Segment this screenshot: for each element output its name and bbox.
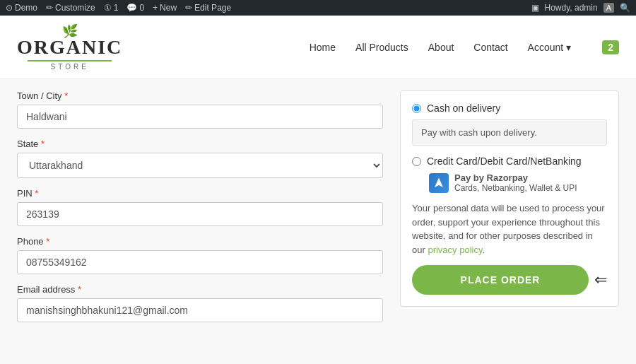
town-group: Town / City * [17,90,383,129]
email-label: Email address * [17,284,383,295]
payment-box: Cash on delivery Pay with cash upon deli… [400,90,619,307]
arrow-icon: ⇐ [594,271,607,289]
admin-customize[interactable]: ✏ Customize [46,3,95,13]
main-content: Town / City * State * Uttarakhand PIN * … [0,79,636,344]
phone-label: Phone * [17,236,383,247]
svg-marker-0 [435,177,443,187]
navbar: 🌿 ORGANIC STORE Home All Products About … [0,16,636,79]
razorpay-row: Pay by Razorpay Cards, Netbanking, Walle… [429,172,607,193]
credit-radio[interactable] [412,157,421,166]
pin-group: PIN * [17,188,383,226]
state-select[interactable]: Uttarakhand [17,153,383,178]
brush-icon: ✏ [46,3,53,13]
nav-home[interactable]: Home [310,42,336,53]
admin-messages[interactable]: 💬 0 [126,3,144,13]
wp-icon: ⊙ [6,3,13,13]
order-section: Cash on delivery Pay with cash upon deli… [400,90,619,332]
town-label: Town / City * [17,90,383,101]
pin-input[interactable] [17,202,383,226]
admin-bar: ⊙ Demo ✏ Customize ① 1 💬 0 + New ✏ Edit … [0,0,636,16]
place-order-button[interactable]: PLACE ORDER [412,265,589,295]
phone-group: Phone * [17,236,383,274]
place-order-row: PLACE ORDER ⇐ [412,265,607,295]
pin-label: PIN * [17,188,383,199]
avatar-icon: A [603,3,614,13]
cash-on-delivery-option[interactable]: Cash on delivery [412,102,607,114]
admin-comments[interactable]: ① 1 [104,3,119,13]
email-input[interactable] [17,298,383,322]
chevron-down-icon: ▾ [566,42,571,53]
nav-contact[interactable]: Contact [473,42,507,53]
search-icon[interactable]: 🔍 [620,3,630,13]
nav-all-products[interactable]: All Products [355,42,408,53]
admin-demo[interactable]: ⊙ Demo [6,3,37,13]
phone-input[interactable] [17,250,383,274]
checkout-form: Town / City * State * Uttarakhand PIN * … [17,90,383,332]
admin-bar-right: ▣ Howdy, admin A 🔍 [531,3,630,13]
state-label: State * [17,139,383,149]
plus-icon: + [153,3,158,13]
nav-about[interactable]: About [428,42,454,53]
comment-icon: 💬 [126,3,137,13]
credit-card-option[interactable]: Credit Card/Debit Card/NetBanking [412,155,607,167]
cart-badge[interactable]: 2 [602,40,619,54]
cash-description: Pay with cash upon delivery. [412,119,607,146]
admin-edit-page[interactable]: ✏ Edit Page [185,3,231,13]
edit-icon: ✏ [185,3,192,13]
nav-account[interactable]: Account ▾ [528,42,572,53]
nav-links: Home All Products About Contact Account … [310,40,619,54]
state-group: State * Uttarakhand [17,139,383,178]
razorpay-icon [429,173,449,193]
circle-icon: ① [104,3,112,13]
razorpay-text: Pay by Razorpay Cards, Netbanking, Walle… [454,172,577,193]
cash-radio[interactable] [412,104,421,113]
logo: 🌿 ORGANIC STORE [17,23,122,71]
email-group: Email address * [17,284,383,322]
privacy-policy-link[interactable]: privacy policy [428,245,482,255]
town-input[interactable] [17,105,383,129]
screen-icon: ▣ [531,3,539,13]
admin-new[interactable]: + New [153,3,177,13]
privacy-text: Your personal data will be used to proce… [412,201,607,257]
